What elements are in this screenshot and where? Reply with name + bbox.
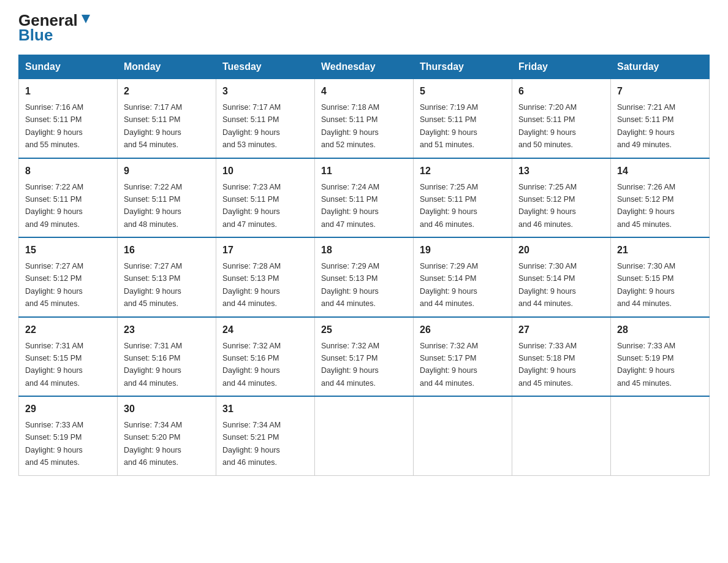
calendar-cell: 11 Sunrise: 7:24 AMSunset: 5:11 PMDaylig…	[315, 158, 414, 238]
calendar-cell: 21 Sunrise: 7:30 AMSunset: 5:15 PMDaylig…	[611, 237, 710, 317]
calendar-cell: 26 Sunrise: 7:32 AMSunset: 5:17 PMDaylig…	[414, 317, 512, 397]
calendar-cell: 29 Sunrise: 7:33 AMSunset: 5:19 PMDaylig…	[19, 396, 118, 475]
logo-arrow-icon	[79, 12, 93, 26]
calendar-cell: 25 Sunrise: 7:32 AMSunset: 5:17 PMDaylig…	[315, 317, 414, 397]
calendar-cell: 7 Sunrise: 7:21 AMSunset: 5:11 PMDayligh…	[611, 79, 710, 158]
day-info: Sunrise: 7:27 AMSunset: 5:12 PMDaylight:…	[25, 262, 83, 308]
calendar-cell: 13 Sunrise: 7:25 AMSunset: 5:12 PMDaylig…	[512, 158, 611, 238]
day-number: 10	[222, 164, 308, 178]
page-header: General Blue	[18, 12, 710, 45]
day-number: 11	[321, 164, 407, 178]
calendar-cell	[414, 396, 512, 475]
calendar-cell: 4 Sunrise: 7:18 AMSunset: 5:11 PMDayligh…	[315, 79, 414, 158]
day-info: Sunrise: 7:16 AMSunset: 5:11 PMDaylight:…	[25, 103, 83, 149]
day-info: Sunrise: 7:26 AMSunset: 5:12 PMDaylight:…	[617, 183, 675, 229]
calendar-cell: 16 Sunrise: 7:27 AMSunset: 5:13 PMDaylig…	[118, 237, 216, 317]
day-number: 7	[617, 84, 703, 99]
calendar-cell	[315, 396, 414, 475]
day-info: Sunrise: 7:23 AMSunset: 5:11 PMDaylight:…	[222, 183, 281, 229]
week-row-3: 15 Sunrise: 7:27 AMSunset: 5:12 PMDaylig…	[19, 237, 710, 317]
day-number: 18	[321, 243, 407, 258]
day-number: 16	[124, 243, 210, 258]
calendar-cell: 17 Sunrise: 7:28 AMSunset: 5:13 PMDaylig…	[216, 237, 315, 317]
day-number: 9	[124, 164, 210, 178]
calendar-cell: 24 Sunrise: 7:32 AMSunset: 5:16 PMDaylig…	[216, 317, 315, 397]
day-info: Sunrise: 7:32 AMSunset: 5:17 PMDaylight:…	[321, 342, 379, 388]
calendar-cell: 31 Sunrise: 7:34 AMSunset: 5:21 PMDaylig…	[216, 396, 315, 475]
day-number: 5	[420, 84, 506, 99]
calendar-cell: 20 Sunrise: 7:30 AMSunset: 5:14 PMDaylig…	[512, 237, 611, 317]
week-row-1: 1 Sunrise: 7:16 AMSunset: 5:11 PMDayligh…	[19, 79, 710, 158]
day-info: Sunrise: 7:33 AMSunset: 5:19 PMDaylight:…	[617, 342, 675, 388]
day-info: Sunrise: 7:18 AMSunset: 5:11 PMDaylight:…	[321, 103, 379, 149]
calendar-cell: 10 Sunrise: 7:23 AMSunset: 5:11 PMDaylig…	[216, 158, 315, 238]
day-number: 19	[420, 243, 506, 258]
day-number: 1	[25, 84, 111, 99]
day-number: 17	[222, 243, 308, 258]
calendar-cell: 1 Sunrise: 7:16 AMSunset: 5:11 PMDayligh…	[19, 79, 118, 158]
day-info: Sunrise: 7:32 AMSunset: 5:16 PMDaylight:…	[222, 342, 281, 388]
calendar-cell	[611, 396, 710, 475]
day-number: 30	[124, 402, 210, 416]
day-info: Sunrise: 7:33 AMSunset: 5:19 PMDaylight:…	[25, 421, 83, 467]
day-number: 15	[25, 243, 111, 258]
calendar-cell: 3 Sunrise: 7:17 AMSunset: 5:11 PMDayligh…	[216, 79, 315, 158]
day-number: 8	[25, 164, 111, 178]
day-info: Sunrise: 7:34 AMSunset: 5:20 PMDaylight:…	[124, 421, 182, 467]
day-number: 26	[420, 323, 506, 337]
day-info: Sunrise: 7:30 AMSunset: 5:15 PMDaylight:…	[617, 262, 675, 308]
weekday-header-friday: Friday	[512, 55, 611, 79]
day-number: 13	[518, 164, 604, 178]
week-row-2: 8 Sunrise: 7:22 AMSunset: 5:11 PMDayligh…	[19, 158, 710, 238]
calendar-cell: 5 Sunrise: 7:19 AMSunset: 5:11 PMDayligh…	[414, 79, 512, 158]
calendar-cell: 22 Sunrise: 7:31 AMSunset: 5:15 PMDaylig…	[19, 317, 118, 397]
week-row-4: 22 Sunrise: 7:31 AMSunset: 5:15 PMDaylig…	[19, 317, 710, 397]
day-info: Sunrise: 7:34 AMSunset: 5:21 PMDaylight:…	[222, 421, 281, 467]
calendar-cell: 28 Sunrise: 7:33 AMSunset: 5:19 PMDaylig…	[611, 317, 710, 397]
weekday-header-saturday: Saturday	[611, 55, 710, 79]
day-info: Sunrise: 7:30 AMSunset: 5:14 PMDaylight:…	[518, 262, 577, 308]
day-info: Sunrise: 7:17 AMSunset: 5:11 PMDaylight:…	[124, 103, 182, 149]
day-info: Sunrise: 7:31 AMSunset: 5:16 PMDaylight:…	[124, 342, 182, 388]
day-info: Sunrise: 7:24 AMSunset: 5:11 PMDaylight:…	[321, 183, 379, 229]
day-info: Sunrise: 7:20 AMSunset: 5:11 PMDaylight:…	[518, 103, 577, 149]
day-number: 31	[222, 402, 308, 416]
weekday-header-tuesday: Tuesday	[216, 55, 315, 79]
day-number: 23	[124, 323, 210, 337]
day-number: 24	[222, 323, 308, 337]
calendar-cell: 9 Sunrise: 7:22 AMSunset: 5:11 PMDayligh…	[118, 158, 216, 238]
day-number: 14	[617, 164, 703, 178]
day-info: Sunrise: 7:29 AMSunset: 5:14 PMDaylight:…	[420, 262, 478, 308]
day-number: 2	[124, 84, 210, 99]
calendar-cell: 2 Sunrise: 7:17 AMSunset: 5:11 PMDayligh…	[118, 79, 216, 158]
logo-blue: Blue	[18, 26, 53, 45]
weekday-header-thursday: Thursday	[414, 55, 512, 79]
day-info: Sunrise: 7:25 AMSunset: 5:11 PMDaylight:…	[420, 183, 478, 229]
calendar-cell: 18 Sunrise: 7:29 AMSunset: 5:13 PMDaylig…	[315, 237, 414, 317]
day-info: Sunrise: 7:33 AMSunset: 5:18 PMDaylight:…	[518, 342, 577, 388]
day-number: 12	[420, 164, 506, 178]
day-number: 6	[518, 84, 604, 99]
day-number: 22	[25, 323, 111, 337]
calendar-cell: 27 Sunrise: 7:33 AMSunset: 5:18 PMDaylig…	[512, 317, 611, 397]
calendar-cell: 14 Sunrise: 7:26 AMSunset: 5:12 PMDaylig…	[611, 158, 710, 238]
weekday-header-monday: Monday	[118, 55, 216, 79]
day-info: Sunrise: 7:31 AMSunset: 5:15 PMDaylight:…	[25, 342, 83, 388]
day-info: Sunrise: 7:25 AMSunset: 5:12 PMDaylight:…	[518, 183, 577, 229]
day-number: 3	[222, 84, 308, 99]
calendar-cell: 12 Sunrise: 7:25 AMSunset: 5:11 PMDaylig…	[414, 158, 512, 238]
weekday-header-wednesday: Wednesday	[315, 55, 414, 79]
day-number: 4	[321, 84, 407, 99]
day-info: Sunrise: 7:32 AMSunset: 5:17 PMDaylight:…	[420, 342, 478, 388]
svg-marker-0	[82, 15, 90, 23]
day-info: Sunrise: 7:28 AMSunset: 5:13 PMDaylight:…	[222, 262, 281, 308]
day-number: 27	[518, 323, 604, 337]
calendar-table: SundayMondayTuesdayWednesdayThursdayFrid…	[18, 55, 710, 476]
day-info: Sunrise: 7:29 AMSunset: 5:13 PMDaylight:…	[321, 262, 379, 308]
day-info: Sunrise: 7:22 AMSunset: 5:11 PMDaylight:…	[25, 183, 83, 229]
day-info: Sunrise: 7:27 AMSunset: 5:13 PMDaylight:…	[124, 262, 182, 308]
calendar-cell: 6 Sunrise: 7:20 AMSunset: 5:11 PMDayligh…	[512, 79, 611, 158]
calendar-cell: 23 Sunrise: 7:31 AMSunset: 5:16 PMDaylig…	[118, 317, 216, 397]
weekday-header-row: SundayMondayTuesdayWednesdayThursdayFrid…	[19, 55, 710, 79]
week-row-5: 29 Sunrise: 7:33 AMSunset: 5:19 PMDaylig…	[19, 396, 710, 475]
